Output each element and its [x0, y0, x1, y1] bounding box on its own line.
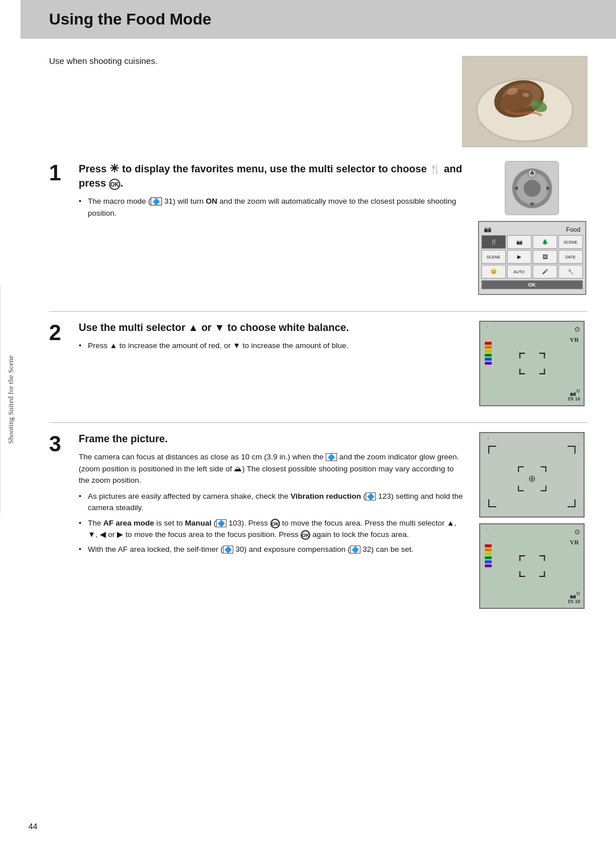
page-container: Shooting Suited for the Scene Using the …: [0, 0, 616, 848]
step-3-body: The camera can focus at distances as clo…: [79, 451, 465, 486]
lcd-frame-step3: 🍴: [479, 432, 585, 518]
step-3-images: 🍴: [476, 432, 587, 609]
menu-cell-tree: 🌲: [533, 235, 557, 249]
step-2: 2 Use the multi selector ▲ or ▼ to choos…: [49, 321, 587, 406]
nav-arrows: ⊕: [528, 474, 536, 483]
lcd2-vr-icon: VR: [570, 539, 579, 546]
menu-cell-date: DATE: [558, 250, 583, 264]
frame-food-icon: 🍴: [485, 437, 494, 446]
frame-center-target: ⊕: [518, 466, 546, 491]
step-3-bullet-3: With the AF area locked, the self-timer …: [79, 544, 465, 555]
lcd-timer-icon: ⊙: [574, 325, 580, 334]
main-content: Using the Food Mode Use when shooting cu…: [21, 0, 616, 848]
menu-cell-camera: 📷: [507, 235, 532, 249]
step-2-content: Use the multi selector ▲ or ▼ to choose …: [79, 321, 587, 406]
menu-cell-portrait: 🖼: [533, 250, 557, 264]
step-2-bullets: Press ▲ to increase the amount of red, o…: [79, 340, 465, 352]
svg-point-12: [524, 180, 541, 197]
intro-text: Use when shooting cuisines.: [49, 56, 157, 66]
selector-button-image: ✳: [505, 161, 559, 215]
step-3-bullet-1: As pictures are easily affected by camer…: [79, 491, 465, 514]
lcd2-food-icon: 🍴: [484, 528, 492, 536]
lcd-screen-step3b: 🍴 ⊙ VR: [479, 523, 585, 609]
lcd2-timer-icon: ⊙: [574, 528, 580, 536]
lcd-food-icon: 🍴: [484, 325, 492, 334]
step-2-number: 2: [49, 321, 79, 406]
step-2-bullet-1: Press ▲ to increase the amount of red, o…: [79, 340, 465, 352]
step-1-content: Press ✳ to display the favorites menu, u…: [79, 161, 587, 295]
step-2-text: Use the multi selector ▲ or ▼ to choose …: [79, 321, 465, 406]
step-1-images: ✳ 📷: [476, 161, 587, 295]
color-bars: [485, 342, 492, 365]
lcd-center-brackets: [519, 353, 545, 374]
lcd-bottom-icons: 📷M IN 18: [568, 389, 580, 402]
sidebar-label: Shooting Suited for the Scene: [0, 285, 21, 514]
page-number: 44: [29, 822, 38, 831]
menu-cell-food: 🍴: [481, 235, 506, 249]
menu-cell-scene2: SCENE: [481, 250, 506, 264]
step-2-header: Use the multi selector ▲ or ▼ to choose …: [79, 321, 465, 334]
title-bar: Using the Food Mode: [21, 0, 616, 39]
lcd2-bottom-icons: 📷M IN 18: [568, 591, 580, 604]
step-1-text: Press ✳ to display the favorites menu, u…: [79, 161, 465, 295]
menu-cell-wrench: 🔧: [558, 265, 583, 278]
lcd-vr-icon: VR: [570, 336, 579, 343]
step-3-bullets: As pictures are easily affected by camer…: [79, 491, 465, 555]
page-title: Using the Food Mode: [49, 10, 587, 29]
lcd2-center-brackets: [519, 555, 545, 577]
frame-corner-br: [568, 499, 576, 507]
step-3-number: 3: [49, 432, 79, 609]
step-3-bullet-2: The AF area mode is set to Manual (🔷 103…: [79, 518, 465, 541]
content-area: Use when shooting cuisines.: [21, 56, 616, 609]
step-3: 3 Frame the picture. The camera can focu…: [49, 432, 587, 609]
menu-screen-step1: 📷 Food 🍴 📷 🌲 SCENE SCENE ▶: [478, 221, 586, 295]
menu-cell-auto: AUTO: [507, 265, 532, 278]
step-3-content: Frame the picture. The camera can focus …: [79, 432, 587, 609]
color-bars-2: [485, 544, 492, 567]
step-3-header: Frame the picture.: [79, 432, 465, 446]
menu-cell-play: ▶: [507, 250, 532, 264]
frame-corner-tl: [488, 446, 496, 454]
menu-cell-mic: 🎤: [533, 265, 557, 278]
step-1-bullet-1: The macro mode (🔷 31) will turn ON and t…: [79, 196, 465, 219]
step-1-bullets: The macro mode (🔷 31) will turn ON and t…: [79, 196, 465, 219]
menu-cell-ok: OK: [481, 280, 583, 289]
step-2-images: 🍴 ⊙ VR: [476, 321, 587, 406]
step-3-text: Frame the picture. The camera can focus …: [79, 432, 465, 609]
step-1-number: 1: [49, 161, 79, 295]
food-photo: [462, 56, 587, 147]
step-1-header: Press ✳ to display the favorites menu, u…: [79, 161, 465, 190]
step-1: 1 Press ✳ to display the favorites menu,…: [49, 161, 587, 295]
frame-corner-tr: [568, 446, 576, 454]
lcd-screen-step2: 🍴 ⊙ VR: [479, 321, 585, 406]
frame-corner-bl: [488, 499, 496, 507]
menu-cell-face: 😊: [481, 265, 506, 278]
menu-cell-scene1: SCENE: [558, 235, 583, 249]
